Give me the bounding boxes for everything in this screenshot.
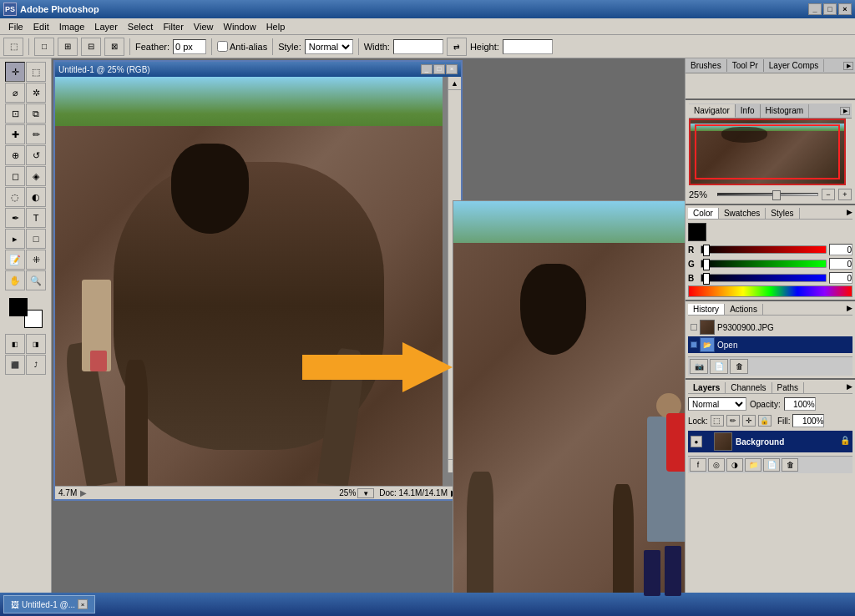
zoom-tool[interactable]: 🔍 [26,270,46,290]
history-item-1[interactable]: 📂 Open [688,336,852,353]
foreground-color-swatch[interactable] [9,298,28,316]
green-slider-handle[interactable] [703,259,710,270]
move-tool[interactable]: ✛ [5,62,25,82]
actions-tab[interactable]: Actions [725,304,763,315]
layer-visibility-btn[interactable]: ● [691,436,702,447]
top-panel-menu-btn[interactable]: ▶ [843,62,853,70]
minimize-button[interactable]: _ [808,3,822,15]
menu-window[interactable]: Window [219,21,261,33]
nav-panel-menu-btn[interactable]: ▶ [840,107,850,115]
height-input[interactable] [503,39,553,54]
menu-image[interactable]: Image [54,21,90,33]
histogram-tab[interactable]: Histogram [761,104,810,118]
lock-all-btn[interactable]: 🔒 [758,415,772,427]
menu-layer[interactable]: Layer [89,21,123,33]
nav-zoom-handle[interactable] [772,190,781,200]
new-layer-btn[interactable]: 📄 [763,458,780,472]
swatches-tab[interactable]: Swatches [719,208,766,219]
add-adjustment-btn[interactable]: ◑ [726,458,743,472]
navigator-preview[interactable] [689,119,846,185]
lock-pixels-btn[interactable]: ✏ [726,415,740,427]
history-new-doc-btn[interactable]: 📄 [710,359,728,374]
healing-tool[interactable]: ✚ [5,124,25,144]
blur-tool[interactable]: ◌ [5,187,25,207]
menu-filter[interactable]: Filter [158,21,188,33]
pen-tool[interactable]: ✒ [5,208,25,228]
opacity-input[interactable] [784,397,816,411]
eyedropper-tool[interactable]: ⁜ [26,250,46,270]
add-style-btn[interactable]: f [690,458,706,472]
anti-alias-checkbox[interactable]: Anti-alias [217,41,267,52]
magic-wand-tool[interactable]: ✲ [26,83,46,103]
rect-select-btn[interactable]: □ [34,38,54,56]
window-controls[interactable]: _ □ × [808,3,852,15]
lock-position-btn[interactable]: ✛ [742,415,756,427]
anti-alias-check[interactable] [217,41,228,52]
main-canvas-image[interactable] [55,77,443,486]
layers-tab[interactable]: Layers [688,382,726,393]
menu-view[interactable]: View [189,21,219,33]
taskbar-doc-item[interactable]: 🖼 Untitled-1 @... × [3,595,95,613]
type-tool[interactable]: T [26,208,46,228]
marquee-tool[interactable]: ⬚ [26,62,46,82]
doc-maximize-btn[interactable]: □ [433,64,445,74]
gradient-tool[interactable]: ◈ [26,166,46,186]
taskbar-close-btn[interactable]: × [78,599,88,609]
add-select-btn[interactable]: ⊞ [58,38,78,56]
selection-tool-button[interactable]: ⬚ [3,38,23,56]
channels-tab[interactable]: Channels [726,382,772,393]
quick-mask-btn[interactable]: ◧ [5,334,25,354]
layers-panel-menu-btn[interactable]: ▶ [847,382,852,393]
menu-edit[interactable]: Edit [28,21,54,33]
width-input[interactable] [393,39,443,54]
swap-dimensions-btn[interactable]: ⇄ [447,38,467,56]
doc-close-btn[interactable]: × [446,64,458,74]
close-button[interactable]: × [838,3,852,15]
inter-select-btn[interactable]: ⊠ [104,38,124,56]
navigator-tab[interactable]: Navigator [689,104,736,118]
jump-to-btn[interactable]: ⤴ [26,355,46,375]
red-value-input[interactable] [829,244,852,255]
layer-background[interactable]: ● Background 🔒 [688,431,852,452]
color-tab[interactable]: Color [688,208,719,219]
lasso-tool[interactable]: ⌀ [5,83,25,103]
path-select-tool[interactable]: ▸ [5,229,25,249]
dodge-tool[interactable]: ◐ [26,187,46,207]
slice-tool[interactable]: ⧉ [26,104,46,124]
screen-mode-btn[interactable]: ⬛ [5,355,25,375]
style-select[interactable]: Normal [305,39,353,54]
shape-tool[interactable]: □ [26,229,46,249]
layer-comps-tab[interactable]: Layer Comps [764,59,824,72]
history-item-0[interactable]: P9300900.JPG [688,319,852,336]
hand-tool[interactable]: ✋ [5,270,25,290]
second-image[interactable] [453,200,685,616]
color-swatches[interactable] [9,298,43,328]
history-panel-menu-btn[interactable]: ▶ [847,304,852,315]
nav-view-rect[interactable] [695,124,840,179]
brush-tool[interactable]: ✏ [26,124,46,144]
doc-scroll-arrow[interactable]: ▶ [80,488,87,497]
green-value-input[interactable] [829,258,852,270]
paths-tab[interactable]: Paths [772,382,805,393]
menu-help[interactable]: Help [261,21,291,33]
zoom-percent-btn[interactable]: ▼ [357,488,374,498]
blue-slider-handle[interactable] [703,273,710,285]
history-delete-btn[interactable]: 🗑 [730,359,748,374]
menu-select[interactable]: Select [123,21,159,33]
doc-title-bar[interactable]: Untitled-1 @ 25% (RGB) _ □ × [55,62,461,77]
clone-tool[interactable]: ⊕ [5,145,25,165]
fill-input[interactable] [792,414,824,427]
history-brush-tool[interactable]: ↺ [26,145,46,165]
brushes-tab[interactable]: Brushes [686,59,727,72]
history-tab[interactable]: History [688,304,725,315]
maximize-button[interactable]: □ [823,3,837,15]
crop-tool[interactable]: ⊡ [5,104,25,124]
color-panel-menu-btn[interactable]: ▶ [847,208,852,219]
styles-tab[interactable]: Styles [766,208,799,219]
zoom-out-btn[interactable]: − [822,189,835,200]
scroll-up-btn[interactable]: ▲ [448,77,461,90]
color-spectrum-bar[interactable] [688,285,852,297]
eraser-tool[interactable]: ◻ [5,166,25,186]
notes-tool[interactable]: 📝 [5,250,25,270]
doc-minimize-btn[interactable]: _ [421,64,433,74]
